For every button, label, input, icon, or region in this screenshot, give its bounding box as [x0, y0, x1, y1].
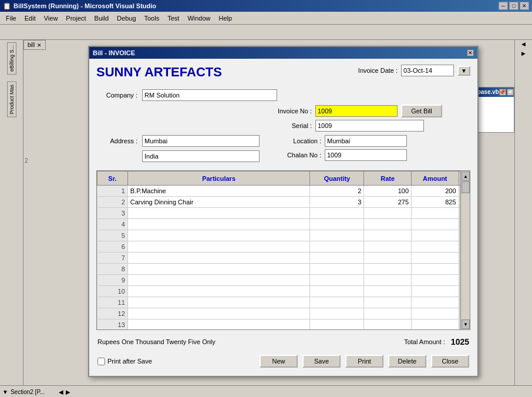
cell-amount[interactable]: 825 — [412, 197, 459, 208]
cell-amount[interactable] — [412, 219, 459, 230]
cell-rate[interactable] — [364, 208, 412, 219]
cell-rate[interactable]: 100 — [364, 186, 412, 197]
cell-particulars[interactable] — [127, 297, 310, 308]
minimize-button[interactable]: ─ — [499, 2, 508, 10]
table-row[interactable]: 7 — [97, 253, 470, 264]
cell-rate[interactable] — [364, 230, 412, 241]
cell-quantity[interactable] — [310, 308, 364, 319]
print-after-save-label[interactable]: Print after Save — [97, 358, 152, 365]
invoice-date-input[interactable] — [401, 65, 454, 76]
cell-rate[interactable] — [364, 275, 412, 286]
menu-help[interactable]: Help — [216, 14, 236, 23]
cell-rate[interactable] — [364, 241, 412, 253]
cell-quantity[interactable] — [310, 286, 364, 297]
right-panel-btn2[interactable]: ▶ — [521, 51, 526, 56]
table-row[interactable]: 9 — [97, 275, 470, 286]
table-row[interactable]: 6 — [97, 241, 470, 253]
cell-amount[interactable]: 200 — [412, 186, 459, 197]
table-row[interactable]: 8 — [97, 264, 470, 275]
panel-controls[interactable]: 📌 ✕ — [499, 89, 514, 96]
cell-quantity[interactable]: 2 — [310, 186, 364, 197]
sidebar-billing[interactable]: eBilling S... — [7, 42, 16, 75]
cell-rate[interactable]: 275 — [364, 197, 412, 208]
cell-particulars[interactable] — [127, 208, 310, 219]
menu-test[interactable]: Test — [164, 14, 183, 23]
menu-view[interactable]: View — [41, 14, 62, 23]
cell-quantity[interactable] — [310, 219, 364, 230]
table-row[interactable]: 3 — [97, 208, 470, 219]
cell-quantity[interactable] — [310, 208, 364, 219]
invoice-no-input[interactable] — [315, 105, 398, 117]
maximize-button[interactable]: □ — [509, 2, 518, 10]
table-row[interactable]: 2Carving Dinning Chair3275825 — [97, 197, 470, 208]
menu-file[interactable]: File — [2, 14, 20, 23]
cell-quantity[interactable] — [310, 319, 364, 330]
table-row[interactable]: 10 — [97, 286, 470, 297]
cell-rate[interactable] — [364, 264, 412, 275]
table-row[interactable]: 13 — [97, 319, 470, 330]
address-line1-input[interactable] — [142, 135, 260, 147]
new-button[interactable]: New — [260, 355, 298, 368]
cell-amount[interactable] — [412, 308, 459, 319]
close-button[interactable]: ✕ — [520, 2, 529, 10]
bill-tab-close[interactable]: ✕ — [37, 42, 42, 48]
cell-rate[interactable] — [364, 319, 412, 330]
cell-quantity[interactable] — [310, 297, 364, 308]
cell-rate[interactable] — [364, 219, 412, 230]
chalan-input[interactable] — [325, 149, 407, 161]
dialog-close-icon[interactable]: ✕ — [467, 49, 474, 56]
print-button[interactable]: Print — [345, 355, 383, 368]
table-row[interactable]: 5 — [97, 230, 470, 241]
panel-close-icon[interactable]: ✕ — [507, 89, 514, 96]
table-scrollbar[interactable]: ▲ ▼ — [460, 171, 470, 329]
cell-particulars[interactable]: B.P.Machine — [127, 186, 310, 197]
cell-particulars[interactable] — [127, 219, 310, 230]
menu-build[interactable]: Build — [91, 14, 112, 23]
cell-amount[interactable] — [412, 297, 459, 308]
menu-tools[interactable]: Tools — [141, 14, 163, 23]
panel-pin-icon[interactable]: 📌 — [499, 89, 506, 96]
table-row[interactable]: 1B.P.Machine2100200 — [97, 186, 470, 197]
cell-amount[interactable] — [412, 230, 459, 241]
menu-debug[interactable]: Debug — [113, 14, 139, 23]
cell-amount[interactable] — [412, 208, 459, 219]
cell-rate[interactable] — [364, 297, 412, 308]
cell-particulars[interactable] — [127, 253, 310, 264]
cell-quantity[interactable]: 3 — [310, 197, 364, 208]
cell-quantity[interactable] — [310, 264, 364, 275]
cell-amount[interactable] — [412, 264, 459, 275]
serial-input[interactable] — [315, 120, 424, 132]
cell-particulars[interactable] — [127, 319, 310, 330]
cell-amount[interactable] — [412, 319, 459, 330]
print-after-save-checkbox[interactable] — [97, 358, 105, 365]
nav-right-icon[interactable]: ▶ — [66, 389, 70, 395]
scroll-up-button[interactable]: ▲ — [462, 171, 470, 181]
sidebar-product[interactable]: Product Mas — [7, 82, 16, 117]
cell-amount[interactable] — [412, 275, 459, 286]
right-panel-btn1[interactable]: ◀ — [521, 41, 526, 47]
company-input[interactable] — [142, 89, 277, 101]
cell-amount[interactable] — [412, 253, 459, 264]
cell-particulars[interactable] — [127, 241, 310, 253]
cell-particulars[interactable] — [127, 275, 310, 286]
cell-rate[interactable] — [364, 308, 412, 319]
date-dropdown-button[interactable]: ▼ — [457, 66, 470, 76]
cell-quantity[interactable] — [310, 253, 364, 264]
cell-particulars[interactable] — [127, 264, 310, 275]
cell-rate[interactable] — [364, 286, 412, 297]
table-row[interactable]: 11 — [97, 297, 470, 308]
win-controls[interactable]: ─ □ ✕ — [499, 2, 529, 10]
table-row[interactable]: 12 — [97, 308, 470, 319]
cell-quantity[interactable] — [310, 241, 364, 253]
bill-tab[interactable]: bill ✕ — [23, 40, 46, 50]
address-line2-input[interactable] — [142, 150, 260, 162]
save-button[interactable]: Save — [302, 355, 341, 368]
location-input[interactable] — [325, 135, 407, 147]
cell-rate[interactable] — [364, 253, 412, 264]
cell-amount[interactable] — [412, 241, 459, 253]
cell-quantity[interactable] — [310, 230, 364, 241]
cell-amount[interactable] — [412, 286, 459, 297]
cell-particulars[interactable] — [127, 286, 310, 297]
cell-particulars[interactable] — [127, 308, 310, 319]
close-dialog-button[interactable]: Close — [431, 355, 469, 368]
